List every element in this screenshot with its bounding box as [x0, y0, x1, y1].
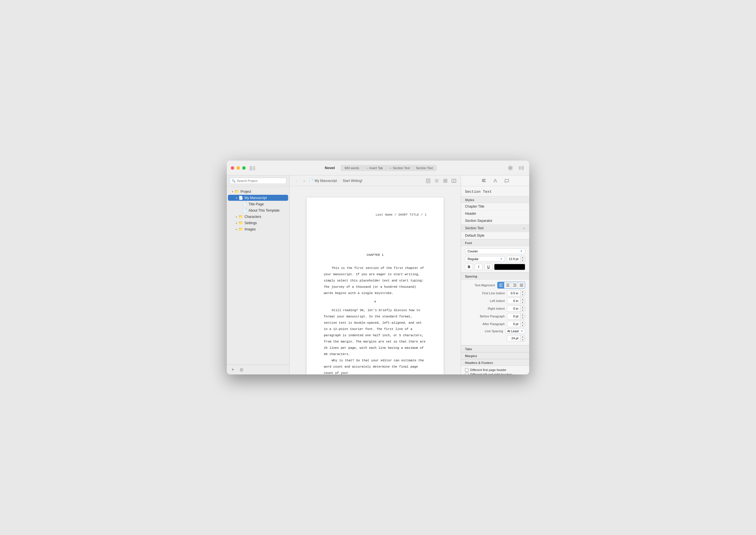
maximize-button[interactable]: [242, 166, 246, 170]
style-section-separator[interactable]: Section Separator: [461, 217, 529, 224]
outline-view-button[interactable]: [433, 177, 440, 184]
word-count-pill: 684 words: [342, 165, 362, 171]
filter-button[interactable]: ⊙: [238, 366, 245, 373]
breadcrumb-section: Start Writing!: [343, 179, 362, 183]
paragraph-2: Still reading? OK, let's briefly discuss…: [324, 307, 426, 357]
font-style-row: Regular ▼ 12.0 pt ▲ ▼: [465, 256, 525, 262]
sidebar-toggle-button[interactable]: [249, 166, 255, 170]
insert-tab-pill[interactable]: → Insert Tab: [362, 165, 386, 171]
font-name-value: Courier: [468, 249, 478, 253]
split-view-button[interactable]: [451, 177, 457, 184]
settings-icon-btn[interactable]: [507, 164, 514, 172]
section-separator: #: [324, 298, 426, 305]
minimize-button[interactable]: [237, 166, 240, 170]
inspector-tab-style[interactable]: [492, 177, 499, 184]
style-chapter-title[interactable]: Chapter Title: [461, 203, 529, 210]
align-justify-button[interactable]: [518, 282, 525, 288]
left-indent-label: Left Indent: [465, 299, 507, 302]
editor-content[interactable]: Last Name / SHORT TITLE / 1 CHAPTER 1 Th…: [290, 186, 461, 375]
left-indent-decrement[interactable]: ▼: [520, 301, 525, 304]
headers-footers-section: Different first page header Different le…: [461, 366, 529, 375]
line-spacing-decrement[interactable]: ▼: [520, 338, 525, 341]
diff-first-page-checkbox[interactable]: [465, 368, 468, 372]
right-indent-increment[interactable]: ▲: [520, 306, 525, 309]
stepper-buttons: ▲ ▼: [520, 306, 525, 311]
text-alignment-row: Text Alignment: [465, 282, 525, 289]
grid-view-button[interactable]: [442, 177, 449, 184]
inspector-tab-comment[interactable]: [503, 177, 510, 184]
line-spacing-type-select[interactable]: At Least ▼: [505, 328, 525, 334]
first-line-indent-increment[interactable]: ▲: [520, 290, 525, 293]
right-indent-stepper[interactable]: 0 in ▲ ▼: [507, 305, 525, 312]
before-paragraph-increment[interactable]: ▲: [520, 313, 525, 316]
align-center-button[interactable]: [504, 282, 511, 288]
svg-rect-8: [519, 169, 521, 169]
first-line-indent-decrement[interactable]: ▼: [520, 293, 525, 296]
italic-button[interactable]: I: [475, 264, 483, 270]
sidebar-item-characters[interactable]: ▸ 📁 Characters: [228, 213, 288, 220]
arrow-icon: ▸: [236, 228, 237, 231]
line-spacing-value: 24 pt: [507, 336, 520, 341]
before-paragraph-decrement[interactable]: ▼: [520, 316, 525, 319]
line-spacing-type-value: At Least: [507, 329, 519, 333]
style-default[interactable]: Default Style: [461, 232, 529, 239]
left-indent-increment[interactable]: ▲: [520, 298, 525, 301]
section-text-arrow-pill[interactable]: ↔ Section Text: [386, 165, 413, 171]
navigate-back-button[interactable]: ‹: [293, 178, 299, 184]
style-section-text[interactable]: Section Text ○: [461, 224, 529, 232]
document-view-button[interactable]: [425, 177, 432, 184]
font-size-stepper[interactable]: 12.0 pt ▲ ▼: [507, 256, 525, 262]
left-indent-stepper[interactable]: 0 in ▲ ▼: [507, 298, 525, 304]
font-size-increment-button[interactable]: ▲: [520, 256, 525, 259]
page[interactable]: Last Name / SHORT TITLE / 1 CHAPTER 1 Th…: [307, 198, 444, 375]
after-paragraph-increment[interactable]: ▲: [520, 321, 525, 324]
line-spacing-value-stepper[interactable]: 24 pt ▲ ▼: [507, 335, 525, 341]
diff-left-right-checkbox[interactable]: [465, 373, 468, 375]
sidebar-item-title-page[interactable]: ▸ 📄 Title Page: [228, 201, 288, 207]
font-name-select[interactable]: Courier ▼: [465, 248, 525, 254]
dropdown-arrow-icon: ▼: [500, 258, 502, 260]
after-paragraph-stepper[interactable]: 0 pt ▲ ▼: [507, 321, 525, 327]
sidebar-item-images[interactable]: ▸ 📁 Images: [228, 226, 288, 232]
right-indent-value: 0 in: [507, 306, 520, 311]
font-color-swatch[interactable]: [494, 264, 525, 270]
sidebar-item-project[interactable]: ▾ 📁 Project: [228, 188, 288, 194]
line-spacing-row: Line Spacing At Least ▼: [465, 328, 525, 334]
before-paragraph-value: 0 pt: [507, 314, 520, 319]
right-indent-label: Right Indent: [465, 307, 507, 310]
svg-rect-17: [446, 179, 447, 181]
inspector-tab-format[interactable]: [480, 177, 487, 184]
sidebar-item-my-manuscript[interactable]: ▸ 📄 My Manuscript: [228, 195, 288, 201]
align-right-button[interactable]: [511, 282, 518, 288]
navigate-forward-button[interactable]: ›: [301, 178, 307, 184]
bold-button[interactable]: B: [465, 264, 473, 270]
style-label: Default Style: [465, 234, 484, 238]
before-paragraph-stepper[interactable]: 0 pt ▲ ▼: [507, 313, 525, 320]
font-size-decrement-button[interactable]: ▼: [520, 259, 525, 262]
line-spacing-increment[interactable]: ▲: [520, 335, 525, 338]
section-body[interactable]: This is the first section of the first c…: [324, 265, 426, 375]
right-indent-decrement[interactable]: ▼: [520, 309, 525, 311]
diff-first-page-row: Different first page header: [465, 368, 525, 372]
align-left-button[interactable]: [498, 282, 504, 288]
section-text-pill[interactable]: Section Text: [413, 165, 436, 171]
arrow-icon: ▸: [236, 215, 237, 218]
underline-button[interactable]: U: [484, 264, 492, 270]
svg-rect-1: [252, 167, 255, 167]
close-button[interactable]: [231, 166, 234, 170]
stepper-buttons: ▲ ▼: [520, 321, 525, 327]
sidebar-item-label: Settings: [245, 221, 257, 225]
first-line-indent-stepper[interactable]: 0.5 in ▲ ▼: [507, 290, 525, 296]
stepper-buttons: ▲ ▼: [520, 290, 525, 296]
svg-rect-2: [252, 168, 255, 169]
svg-rect-3: [252, 169, 255, 170]
after-paragraph-decrement[interactable]: ▼: [520, 324, 525, 327]
style-header[interactable]: Header: [461, 210, 529, 217]
font-style-select[interactable]: Regular ▼: [465, 256, 505, 262]
svg-rect-16: [444, 179, 445, 181]
panel-toggle-icon-btn[interactable]: [517, 164, 525, 172]
sidebar-item-settings[interactable]: ▸ 📁 Settings: [228, 220, 288, 226]
add-item-button[interactable]: +: [230, 366, 236, 373]
sidebar-item-about-template[interactable]: ▸ 📄 About This Template: [228, 207, 288, 213]
search-input[interactable]: [230, 178, 286, 184]
